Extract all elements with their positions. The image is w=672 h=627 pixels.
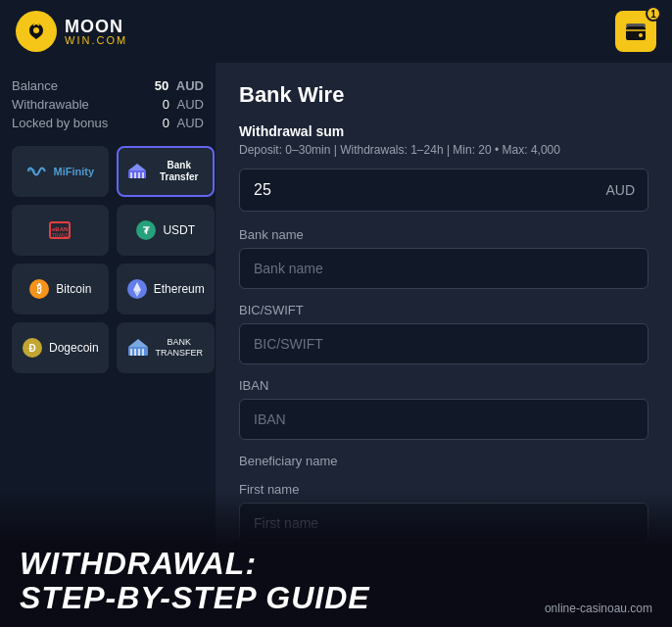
bic-label: BIC/SWIFT xyxy=(239,303,648,317)
mifinity-icon xyxy=(26,161,48,182)
svg-rect-7 xyxy=(142,172,144,178)
payment-usdt[interactable]: ₮ USDT xyxy=(117,205,215,256)
bic-input[interactable] xyxy=(239,323,648,364)
usdt-label: USDT xyxy=(163,223,195,237)
beneficiary-label: Beneficiary name xyxy=(239,454,648,468)
withdrawable-label: Withdrawable xyxy=(12,97,89,112)
dogecoin-icon: Ð xyxy=(22,337,43,359)
ethereum-icon xyxy=(126,278,148,300)
first-name-label: First name xyxy=(239,482,648,497)
svg-rect-22 xyxy=(134,349,136,356)
logo-win-text: WIN.COM xyxy=(65,35,127,46)
svg-point-0 xyxy=(33,27,39,33)
bank-transfer2-icon xyxy=(127,337,149,359)
payment-bank-transfer[interactable]: Bank Transfer xyxy=(117,146,215,197)
svg-rect-1 xyxy=(626,26,646,40)
bank-transfer2-label: BANKTRANSFER xyxy=(155,337,203,359)
svg-rect-24 xyxy=(142,349,144,356)
bitcoin-icon: ₿ xyxy=(28,278,50,300)
logo-text: MOON WIN.COM xyxy=(65,18,127,46)
svg-text:Ð: Ð xyxy=(28,343,35,354)
payment-ethereum[interactable]: Ethereum xyxy=(117,264,215,314)
payment-grid: MiFinity Bank Transfer xyxy=(12,146,204,373)
withdrawable-value: 0 AUD xyxy=(163,97,204,112)
first-name-group: First name xyxy=(239,482,648,544)
svg-text:TRANSFER: TRANSFER xyxy=(52,232,71,238)
bank-transfer-label: Bank Transfer xyxy=(154,160,205,183)
ethereum-label: Ethereum xyxy=(154,282,205,296)
main-content: Balance 50 AUD Withdrawable 0 AUD Locked… xyxy=(0,63,672,627)
bank-name-input[interactable] xyxy=(239,248,648,289)
payment-dogecoin[interactable]: Ð Dogecoin xyxy=(12,322,109,373)
withdrawal-sum-label: Withdrawal sum xyxy=(239,123,648,139)
right-panel: Bank Wire Withdrawal sum Deposit: 0–30mi… xyxy=(216,63,672,627)
svg-rect-5 xyxy=(134,172,136,178)
payment-mifinity[interactable]: MiFinity xyxy=(12,146,109,197)
withdrawable-row: Withdrawable 0 AUD xyxy=(12,97,204,112)
locked-value: 0 AUD xyxy=(163,116,204,130)
svg-rect-6 xyxy=(138,172,140,178)
locked-label: Locked by bonus xyxy=(12,116,108,130)
wallet-badge: 1 xyxy=(646,6,661,22)
amount-input-wrap: AUD xyxy=(239,169,648,212)
payment-ebank[interactable]: eBAN TRANSFER xyxy=(12,205,109,256)
wallet-button[interactable]: 1 xyxy=(615,11,656,52)
amount-input[interactable] xyxy=(239,169,648,212)
balance-value: 50 AUD xyxy=(155,78,204,93)
iban-group: IBAN xyxy=(239,378,648,440)
payment-bank-transfer2[interactable]: BANKTRANSFER xyxy=(117,322,215,373)
bank-name-label: Bank name xyxy=(239,227,648,242)
mifinity-label: MiFinity xyxy=(54,166,95,177)
svg-rect-23 xyxy=(138,349,140,356)
usdt-icon: ₮ xyxy=(135,219,157,241)
iban-input[interactable] xyxy=(239,399,648,440)
svg-rect-4 xyxy=(130,172,132,178)
logo: MOON WIN.COM xyxy=(16,11,127,52)
balance-label: Balance xyxy=(12,78,58,93)
ebank-icon: eBAN TRANSFER xyxy=(49,219,71,241)
svg-text:₿: ₿ xyxy=(36,283,42,295)
beneficiary-group: Beneficiary name xyxy=(239,454,648,468)
dogecoin-label: Dogecoin xyxy=(49,341,99,355)
panel-title: Bank Wire xyxy=(239,82,648,108)
svg-point-2 xyxy=(639,33,643,37)
bitcoin-label: Bitcoin xyxy=(56,282,91,296)
sidebar: Balance 50 AUD Withdrawable 0 AUD Locked… xyxy=(0,63,216,627)
logo-moon-text: MOON xyxy=(65,18,127,35)
balance-section: Balance 50 AUD Withdrawable 0 AUD Locked… xyxy=(12,78,204,130)
locked-row: Locked by bonus 0 AUD xyxy=(12,116,204,130)
svg-rect-21 xyxy=(130,349,132,356)
balance-row: Balance 50 AUD xyxy=(12,78,204,93)
iban-label: IBAN xyxy=(239,378,648,393)
withdrawal-hint: Deposit: 0–30min | Withdrawals: 1–24h | … xyxy=(239,143,648,157)
bank-name-group: Bank name xyxy=(239,227,648,289)
svg-text:₮: ₮ xyxy=(143,225,150,236)
payment-bitcoin[interactable]: ₿ Bitcoin xyxy=(12,264,109,314)
logo-icon xyxy=(16,11,57,52)
bic-group: BIC/SWIFT xyxy=(239,303,648,364)
header: MOON WIN.COM 1 xyxy=(0,0,672,63)
bank-transfer-icon xyxy=(126,161,148,182)
first-name-input[interactable] xyxy=(239,503,648,544)
amount-currency: AUD xyxy=(605,182,635,198)
